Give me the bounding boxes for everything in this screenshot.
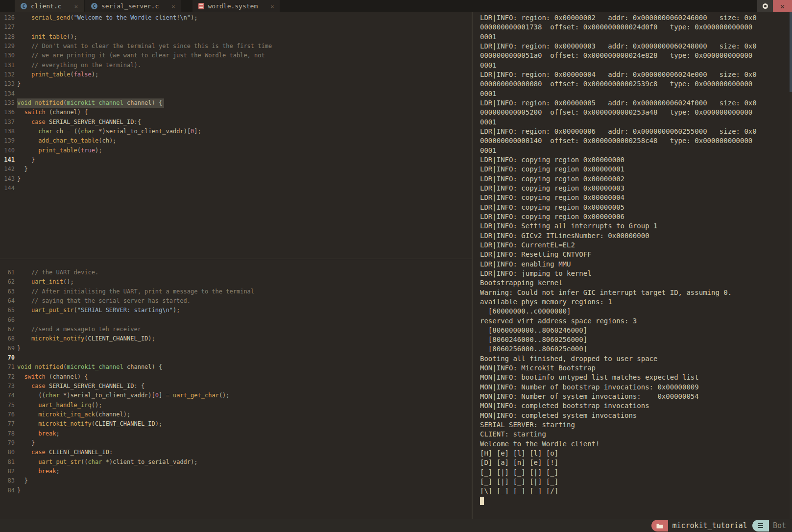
- line-number: 80: [0, 448, 15, 457]
- terminal-line: 0001: [480, 32, 789, 42]
- terminal-pane[interactable]: LDR|INFO: region: 0x00000002 addr: 0x000…: [473, 12, 792, 519]
- code-text: microkit_notify(CLIENT_CHANNEL_ID);: [17, 334, 155, 343]
- terminal-line: LDR|INFO: Resetting CNTVOFF: [480, 250, 789, 259]
- terminal-cursor-row: [480, 496, 789, 506]
- code-line-66: 66: [0, 315, 472, 325]
- line-number: 133: [0, 79, 15, 89]
- code-line-83: 83 }: [0, 476, 472, 485]
- terminal-line: LDR|INFO: region: 0x00000006 addr: 0x000…: [480, 127, 789, 136]
- code-text: break;: [17, 429, 60, 438]
- code-text: //send a messageto teh receiver: [17, 325, 141, 334]
- tab-label: wordle.system: [208, 2, 258, 10]
- terminal-line: MON|INFO: Number of bootstrap invocation…: [480, 383, 789, 392]
- tab-client-c[interactable]: Cclient.c✕: [15, 0, 84, 12]
- terminal-line: [8060246000..8060256000]: [480, 335, 789, 344]
- tab-close-icon[interactable]: ✕: [171, 3, 175, 10]
- line-number: 139: [0, 136, 15, 145]
- code-text: uart_put_str("SERIAL SERVER: starting\n"…: [17, 306, 180, 315]
- tab-label: serial_server.c: [101, 2, 159, 10]
- code-text: uart_init();: [17, 277, 74, 287]
- c-file-icon: C: [21, 3, 27, 9]
- line-number: 73: [0, 382, 15, 391]
- terminal-line: LDR|INFO: Setting all interrupts to Grou…: [480, 221, 789, 231]
- terminal-line: [\] [_] [_] [_] [/]: [480, 486, 789, 496]
- terminal-line: LDR|INFO: GICv2 ITLinesNumber: 0x0000000…: [480, 231, 789, 241]
- system-file-icon: [198, 3, 204, 9]
- terminal-line: LDR|INFO: copying region 0x00000005: [480, 203, 789, 212]
- line-number: 69: [0, 344, 15, 353]
- line-number: 76: [0, 410, 15, 419]
- line-number: 77: [0, 419, 15, 429]
- code-text: print_table(true);: [17, 146, 102, 155]
- code-line-128: 128 init_table();: [0, 32, 472, 42]
- tab-close-icon[interactable]: ✕: [74, 3, 78, 10]
- line-number: 84: [0, 486, 15, 495]
- code-line-73: 73 case SERIAL_SERVER_CHANNEL_ID: {: [0, 382, 472, 391]
- tab-label: client.c: [31, 2, 62, 10]
- code-text: uart_put_str((char *)client_to_serial_va…: [17, 458, 198, 467]
- terminal-line: 000000000001738 offset: 0x000000000024d0…: [480, 23, 789, 32]
- code-line-133: 133}: [0, 79, 472, 89]
- terminal-line: 0001: [480, 89, 789, 98]
- session-pill: [651, 520, 668, 532]
- code-line-132: 132 print_table(false);: [0, 70, 472, 79]
- code-line-131: 131 // everything on the terminal).: [0, 61, 472, 70]
- terminal-line: LDR|INFO: region: 0x00000005 addr: 0x000…: [480, 98, 789, 108]
- code-line-77: 77 microkit_notify(CLIENT_CHANNEL_ID);: [0, 419, 472, 429]
- line-number: 134: [0, 89, 15, 98]
- bot-pill: [752, 520, 769, 532]
- line-number: 66: [0, 315, 15, 325]
- terminal-line: LDR|INFO: copying region 0x00000001: [480, 165, 789, 174]
- code-line-78: 78 break;: [0, 429, 472, 438]
- code-line-68: 68 microkit_notify(CLIENT_CHANNEL_ID);: [0, 334, 472, 343]
- terminal-line: Bootstrapping kernel: [480, 278, 789, 288]
- app-window: Cclient.c✕Cserial_server.c✕wordle.system…: [0, 0, 792, 532]
- line-number: 72: [0, 372, 15, 382]
- code-line-127: 127: [0, 23, 472, 32]
- window-close-button[interactable]: ✕: [773, 0, 792, 12]
- code-text: ((char *)serial_to_client_vaddr)[0] = ua…: [17, 391, 230, 400]
- code-line-136: 136 switch (channel) {: [0, 108, 472, 117]
- line-number: 131: [0, 61, 15, 70]
- code-line-141: 141 }: [0, 155, 472, 165]
- line-number: 74: [0, 391, 15, 400]
- line-number: 138: [0, 127, 15, 136]
- line-number: 140: [0, 146, 15, 155]
- line-number: 82: [0, 467, 15, 476]
- terminal-line: CLIENT: starting: [480, 430, 789, 439]
- code-text: break;: [17, 467, 60, 476]
- line-number: 62: [0, 277, 15, 287]
- tab-serial-server-c[interactable]: Cserial_server.c✕: [85, 0, 181, 12]
- code-text: // Don't want to clear the terminal yet …: [17, 42, 272, 51]
- line-number: 61: [0, 268, 15, 277]
- code-text: switch (channel) {: [17, 108, 88, 117]
- code-text: // everything on the terminal).: [17, 61, 141, 70]
- terminal-scrollbar[interactable]: [790, 12, 792, 519]
- terminal-line: [8060256000..806025e000]: [480, 344, 789, 354]
- terminal-output: LDR|INFO: region: 0x00000002 addr: 0x000…: [480, 13, 789, 506]
- line-number: 127: [0, 23, 15, 32]
- code-text: print_table(false);: [17, 70, 98, 79]
- eye-button[interactable]: [757, 0, 773, 12]
- code-line-134: 134: [0, 89, 472, 98]
- terminal-line: LDR|INFO: CurrentEL=EL2: [480, 241, 789, 250]
- line-number: 130: [0, 51, 15, 60]
- code-line-74: 74 ((char *)serial_to_client_vaddr)[0] =…: [0, 391, 472, 400]
- terminal-line: 0000000000051a0 offset: 0x000000000024e8…: [480, 51, 789, 60]
- terminal-line: LDR|INFO: copying region 0x00000000: [480, 155, 789, 165]
- editor-pane-serial-server-c[interactable]: 61 // the UART device.62 uart_init();63 …: [0, 259, 472, 519]
- code-line-135: 135void notified(microkit_channel channe…: [0, 98, 472, 108]
- terminal-scrollbar-thumb[interactable]: [790, 12, 792, 92]
- terminal-line: LDR|INFO: copying region 0x00000006: [480, 212, 789, 221]
- code-text: }: [17, 165, 28, 174]
- code-line-81: 81 uart_put_str((char *)client_to_serial…: [0, 458, 472, 467]
- line-number: 67: [0, 325, 15, 334]
- tab-close-icon[interactable]: ✕: [270, 3, 274, 10]
- code-text: uart_handle_irq();: [17, 401, 102, 410]
- code-line-75: 75 uart_handle_irq();: [0, 401, 472, 410]
- tab-wordle-system[interactable]: wordle.system✕: [192, 0, 280, 12]
- editor-pane-client-c[interactable]: 126 serial_send("Welcome to the Wordle c…: [0, 12, 472, 259]
- tab-bar: Cclient.c✕Cserial_server.c✕wordle.system…: [0, 0, 792, 12]
- code-text: // the UART device.: [17, 268, 98, 277]
- session-name-label: microkit_tutorial: [668, 521, 752, 530]
